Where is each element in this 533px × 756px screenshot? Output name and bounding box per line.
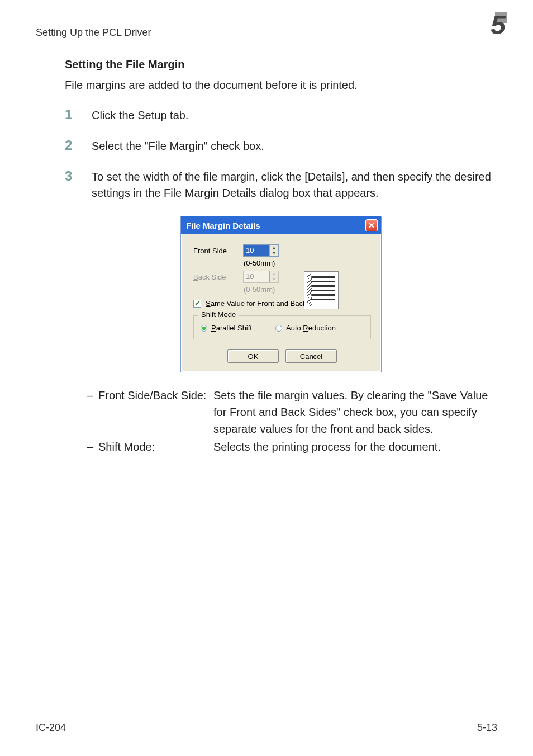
footer-model: IC-204: [36, 722, 66, 734]
step-text: Select the "File Margin" check box.: [92, 138, 264, 154]
step-text: To set the width of the file margin, cli…: [92, 169, 497, 201]
step-text: Click the Setup tab.: [92, 107, 188, 124]
front-side-value: 10: [244, 245, 269, 256]
footer-page-number: 5-13: [477, 722, 497, 734]
group-legend: Shift Mode: [198, 310, 239, 319]
definitions-list: – Front Side/Back Side: Sets the file ma…: [87, 387, 497, 455]
step-number: 2: [65, 138, 77, 152]
back-side-value: 10: [244, 271, 269, 282]
definition-term: Shift Mode:: [98, 438, 213, 455]
same-value-checkbox[interactable]: ✓ Same Value for Front and Back Sides: [193, 299, 371, 308]
spinner-buttons[interactable]: ▲▼: [269, 245, 278, 256]
file-margin-details-dialog: File Margin Details Front Side 10: [180, 216, 382, 372]
radio-icon: [201, 325, 207, 332]
section-heading: Setting the File Margin: [65, 58, 497, 71]
dialog-title: File Margin Details: [186, 221, 260, 230]
front-side-spinner[interactable]: 10 ▲▼: [243, 244, 279, 257]
dialog-titlebar: File Margin Details: [181, 216, 381, 234]
close-button[interactable]: [365, 219, 378, 231]
radio-label: Auto Reduction: [286, 324, 336, 332]
radio-label: Parallel Shift: [211, 324, 252, 332]
back-side-spinner: 10 ▲▼: [243, 271, 279, 283]
front-range-hint: (0-50mm): [244, 259, 371, 267]
shift-mode-group: Shift Mode Parallel Shift Auto Reduction: [193, 315, 371, 339]
running-header: Setting Up the PCL Driver: [36, 27, 151, 38]
ok-button[interactable]: OK: [227, 349, 279, 363]
bullet-dash: –: [87, 438, 98, 455]
definition-term: Front Side/Back Side:: [98, 387, 213, 437]
spinner-buttons: ▲▼: [269, 271, 278, 282]
close-icon: [368, 222, 375, 229]
step-number: 1: [65, 107, 77, 121]
front-side-label: Front Side: [193, 247, 235, 255]
radio-icon: [275, 325, 282, 332]
back-side-label: Back Side: [193, 273, 235, 281]
definition-description: Sets the file margin values. By clearing…: [213, 387, 497, 437]
bullet-dash: –: [87, 387, 98, 437]
step-number: 3: [65, 169, 77, 183]
auto-reduction-radio[interactable]: Auto Reduction: [275, 324, 336, 332]
intro-text: File margins are added to the document b…: [65, 79, 497, 92]
margin-preview-icon: [304, 271, 339, 309]
cancel-button[interactable]: Cancel: [285, 349, 337, 363]
definition-description: Selects the printing process for the doc…: [213, 438, 497, 455]
parallel-shift-radio[interactable]: Parallel Shift: [201, 324, 252, 332]
checkbox-icon: ✓: [193, 300, 201, 308]
